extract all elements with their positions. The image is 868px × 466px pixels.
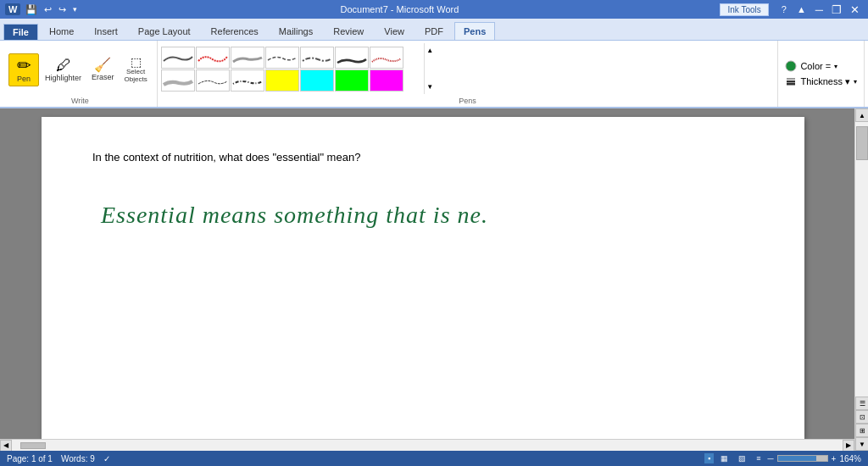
restore-button[interactable]: ❐ <box>828 3 845 16</box>
pens-group: ▲ ▼ Pens <box>158 41 779 107</box>
thickness-row[interactable]: Thickness ▾ ▾ <box>785 75 857 87</box>
ribbon: ✏ Pen 🖊 Highlighter 🧹 Eraser ⬚ SelectObj… <box>0 41 868 108</box>
highlighter-swatch-green[interactable] <box>335 69 369 92</box>
close-button[interactable]: ✕ <box>847 3 863 16</box>
write-tools: ✏ Pen 🖊 Highlighter 🧹 Eraser ⬚ SelectObj… <box>8 44 152 95</box>
help-icon[interactable]: ? <box>777 3 791 15</box>
color-row[interactable]: Color = ▾ <box>785 60 857 72</box>
scroll-left-button[interactable]: ◀ <box>0 440 12 452</box>
document-page: In the context of nutrition, what does "… <box>42 117 804 439</box>
pen-swatch-10[interactable] <box>231 69 264 92</box>
status-bar: Page: 1 of 1 Words: 9 ✓ ▪ ▦ ▧ ≡ ─ + 164% <box>0 451 868 466</box>
swatches-scroll-down-icon[interactable]: ▼ <box>426 83 433 91</box>
pens-dropdown-arrow[interactable]: ▲ ▼ <box>424 43 436 94</box>
zoom-slider[interactable] <box>777 455 828 462</box>
eraser-tool-button[interactable]: 🧹 Eraser <box>87 55 119 85</box>
h-scroll-thumb[interactable] <box>20 442 46 449</box>
select-objects-label: SelectObjects <box>125 69 147 84</box>
title-bar-center: Document7 - Microsoft Word <box>79 4 720 14</box>
pen-swatch-4[interactable] <box>265 47 299 69</box>
pens-group-label: Pens <box>161 97 775 105</box>
horizontal-scrollbar[interactable]: ◀ ▶ <box>0 439 854 451</box>
undo-quick-icon[interactable]: ↩ <box>42 4 53 15</box>
redo-quick-icon[interactable]: ↪ <box>57 4 68 15</box>
ink-tools-tab-label: Ink Tools <box>720 3 768 16</box>
svg-text:Essential means something that: Essential means something that is ne. <box>100 202 488 228</box>
title-bar-left: W 💾 ↩ ↪ ▾ <box>5 3 79 15</box>
highlighter-swatch-cyan[interactable] <box>300 69 334 92</box>
thickness-dropdown-icon[interactable]: ▾ <box>854 78 857 86</box>
thickness-label: Thickness ▾ <box>800 76 850 87</box>
pen-label: Pen <box>17 75 31 83</box>
scroll-up-button[interactable]: ▲ <box>855 108 868 122</box>
handwritten-text-svg: Essential means something that is ne. <box>92 189 618 240</box>
zoom-fill <box>778 456 816 461</box>
color-thickness-group: Color = ▾ Thickness ▾ ▾ <box>778 41 865 107</box>
tab-mailings[interactable]: Mailings <box>270 22 322 40</box>
tab-file[interactable]: File <box>3 24 38 40</box>
minimize-button[interactable]: ─ <box>812 3 826 16</box>
highlighter-swatch-pink[interactable] <box>370 69 403 92</box>
scroll-track[interactable] <box>855 122 868 397</box>
pen-swatch-2[interactable] <box>196 47 230 69</box>
word-count: Words: 9 <box>61 454 95 463</box>
highlighter-label: Highlighter <box>45 74 81 82</box>
pen-swatch-7[interactable] <box>370 47 403 69</box>
spelling-check-icon[interactable]: ✓ <box>103 454 110 463</box>
tab-pdf[interactable]: PDF <box>415 22 453 40</box>
customize-quick-icon[interactable]: ▾ <box>71 5 79 14</box>
tab-pagelayout[interactable]: Page Layout <box>129 22 200 40</box>
status-left: Page: 1 of 1 Words: 9 ✓ <box>7 454 110 463</box>
zoom-plus-button[interactable]: + <box>832 454 837 463</box>
view-reading-icon[interactable]: ▦ <box>717 453 732 463</box>
h-scroll-track[interactable] <box>12 441 843 450</box>
main-layout: In the context of nutrition, what does "… <box>0 108 868 451</box>
pen-swatch-9[interactable] <box>196 69 230 92</box>
vertical-scrollbar[interactable]: ▲ ☰ ⊡ ⊞ ▼ <box>854 108 868 451</box>
scroll-thumb[interactable] <box>856 126 868 160</box>
pen-swatch-8[interactable] <box>161 69 195 92</box>
scroll-extra-1[interactable]: ☰ <box>855 397 868 410</box>
highlighter-icon: 🖊 <box>56 58 71 73</box>
tab-view[interactable]: View <box>375 22 414 40</box>
tab-references[interactable]: References <box>202 22 268 40</box>
pen-tool-button[interactable]: ✏ Pen <box>8 53 39 86</box>
scroll-right-button[interactable]: ▶ <box>843 440 854 452</box>
color-palette-icon <box>785 60 797 72</box>
tab-review[interactable]: Review <box>324 22 373 40</box>
scroll-extra-2[interactable]: ⊡ <box>855 410 868 424</box>
view-outline-icon[interactable]: ≡ <box>753 453 764 463</box>
scroll-extra-3[interactable]: ⊞ <box>855 424 868 437</box>
swatches-scroll-up-icon[interactable]: ▲ <box>426 47 433 54</box>
pen-swatch-6[interactable] <box>335 47 369 69</box>
highlighter-swatch-yellow[interactable] <box>265 69 299 92</box>
select-objects-tool-button[interactable]: ⬚ SelectObjects <box>120 53 152 87</box>
pen-swatches-container <box>161 47 424 92</box>
scroll-down-button[interactable]: ▼ <box>855 437 868 451</box>
tab-home[interactable]: Home <box>40 22 83 40</box>
eraser-label: Eraser <box>92 73 114 81</box>
tab-pens[interactable]: Pens <box>454 22 495 40</box>
title-bar-right: Ink Tools ? ▲ ─ ❐ ✕ <box>720 3 863 16</box>
svg-point-0 <box>786 61 796 71</box>
write-group: ✏ Pen 🖊 Highlighter 🧹 Eraser ⬚ SelectObj… <box>3 41 158 107</box>
tab-insert[interactable]: Insert <box>85 22 127 40</box>
color-dropdown-icon[interactable]: ▾ <box>834 63 837 70</box>
view-web-icon[interactable]: ▧ <box>735 453 749 463</box>
ribbon-toggle-icon[interactable]: ▲ <box>793 3 810 15</box>
pen-swatch-3[interactable] <box>231 47 264 69</box>
view-normal-icon[interactable]: ▪ <box>704 453 714 463</box>
document-title: Document7 - Microsoft Word <box>341 4 459 14</box>
zoom-level: 164% <box>839 454 861 463</box>
document-scroll-area[interactable]: In the context of nutrition, what does "… <box>0 108 854 451</box>
pen-swatch-5[interactable] <box>300 47 334 69</box>
word-app-icon: W <box>5 3 20 15</box>
handwriting-area: Essential means something that is ne. <box>92 189 754 241</box>
document-question: In the context of nutrition, what does "… <box>92 151 754 164</box>
save-quick-icon[interactable]: 💾 <box>24 4 39 15</box>
ribbon-tabs: File Home Insert Page Layout References … <box>0 19 868 41</box>
zoom-minus-button[interactable]: ─ <box>767 454 773 463</box>
highlighter-tool-button[interactable]: 🖊 Highlighter <box>41 54 86 86</box>
pen-swatch-1[interactable] <box>161 47 195 69</box>
eraser-icon: 🧹 <box>94 58 111 72</box>
